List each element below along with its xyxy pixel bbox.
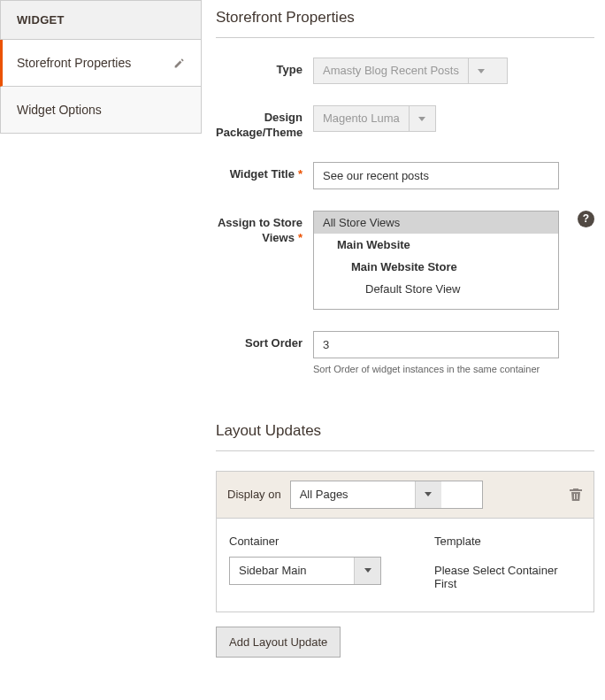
sidebar-item-widget-options[interactable]: Widget Options	[0, 87, 202, 134]
section-title-storefront: Storefront Properties	[216, 9, 594, 38]
template-label: Template	[434, 535, 581, 548]
widget-title-input[interactable]	[313, 162, 559, 189]
chevron-down-icon	[415, 481, 441, 508]
help-icon[interactable]: ?	[578, 211, 594, 227]
store-option[interactable]: All Store Views	[314, 212, 558, 234]
store-option[interactable]: Main Website Store	[314, 256, 558, 278]
store-option[interactable]: Main Website	[314, 234, 558, 256]
sidebar-item-label: Storefront Properties	[17, 56, 131, 70]
pencil-icon	[173, 58, 185, 69]
chevron-down-icon	[468, 58, 494, 83]
container-label: Container	[229, 535, 381, 548]
sort-order-hint: Sort Order of widget instances in the sa…	[313, 364, 594, 374]
label-widget-title: Widget Title*	[216, 162, 313, 189]
display-on-select[interactable]: All Pages	[290, 481, 483, 509]
display-on-label: Display on	[227, 488, 281, 501]
theme-select: Magento Luma	[313, 105, 436, 132]
chevron-down-icon	[354, 558, 380, 584]
label-sort-order: Sort Order	[216, 331, 313, 374]
type-select: Amasty Blog Recent Posts	[313, 58, 508, 84]
store-views-listbox[interactable]: All Store Views Main Website Main Websit…	[313, 211, 559, 310]
sidebar-item-storefront-properties[interactable]: Storefront Properties	[0, 40, 202, 87]
section-title-layout: Layout Updates	[216, 422, 594, 451]
sidebar-item-label: Widget Options	[17, 103, 102, 117]
container-select[interactable]: Sidebar Main	[229, 557, 381, 585]
add-layout-update-button[interactable]: Add Layout Update	[216, 627, 341, 658]
chevron-down-icon	[409, 106, 435, 131]
template-value: Please Select Container First	[434, 557, 581, 590]
trash-icon[interactable]	[569, 488, 583, 502]
label-type: Type	[216, 58, 313, 84]
label-assign-store-views: Assign to Store Views*	[216, 211, 313, 310]
sort-order-input[interactable]	[313, 331, 559, 358]
layout-update-block: Display on All Pages Container Sidebar M…	[216, 471, 594, 612]
store-option[interactable]: Default Store View	[314, 278, 558, 300]
sidebar-header: WIDGET	[0, 0, 202, 40]
label-theme: Design Package/Theme	[216, 105, 313, 141]
